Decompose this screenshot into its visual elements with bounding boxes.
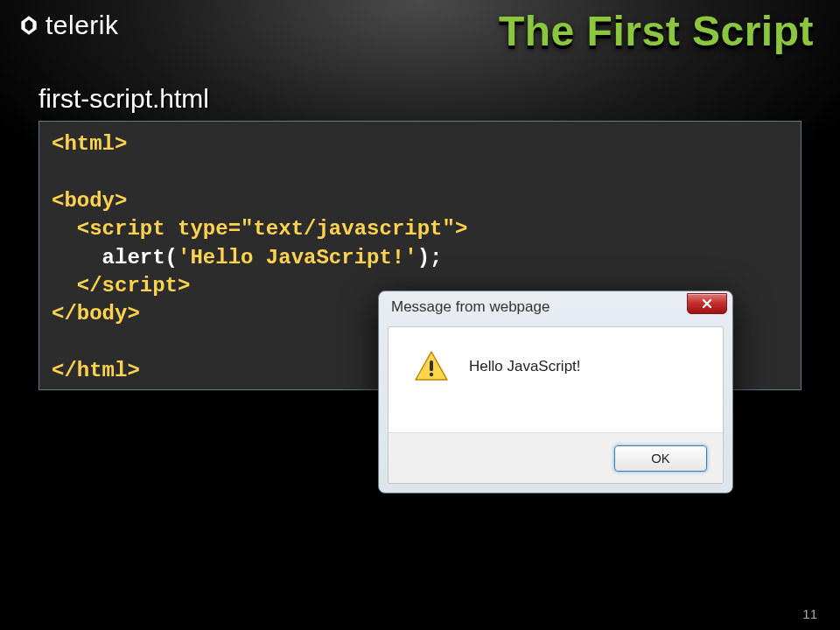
dialog-title: Message from webpage — [391, 298, 550, 316]
page-number: 11 — [802, 606, 817, 621]
svg-point-1 — [430, 373, 433, 376]
alert-dialog: Message from webpage Hello JavaScript! O… — [378, 290, 733, 494]
dialog-inner: Hello JavaScript! OK — [388, 326, 724, 484]
close-icon — [701, 298, 713, 310]
code-line: > — [455, 217, 467, 241]
code-line: </script> — [52, 274, 190, 298]
code-string: "text/javascript" — [241, 217, 455, 241]
dialog-titlebar: Message from webpage — [379, 291, 732, 323]
close-button[interactable] — [687, 293, 727, 314]
code-line: <body> — [52, 189, 127, 213]
ok-button[interactable]: OK — [614, 445, 707, 472]
code-line: </html> — [52, 359, 140, 382]
dialog-body: Hello JavaScript! — [388, 327, 723, 394]
dialog-footer: OK — [388, 432, 723, 483]
code-line: </body> — [52, 302, 140, 326]
code-line: <script type= — [52, 217, 241, 241]
brand-logo: telerik — [18, 10, 119, 40]
filename-label: first-script.html — [38, 84, 209, 114]
code-line: ); — [417, 246, 443, 270]
svg-rect-0 — [430, 360, 433, 371]
code-line: alert( — [52, 246, 178, 270]
code-line: <html> — [52, 132, 127, 156]
code-string: 'Hello JavaScript!' — [178, 246, 417, 270]
warning-icon — [413, 348, 450, 385]
brand-icon — [18, 14, 40, 37]
slide-title: The First Script — [499, 7, 814, 55]
dialog-message: Hello JavaScript! — [469, 358, 581, 375]
brand-text: telerik — [46, 10, 119, 40]
